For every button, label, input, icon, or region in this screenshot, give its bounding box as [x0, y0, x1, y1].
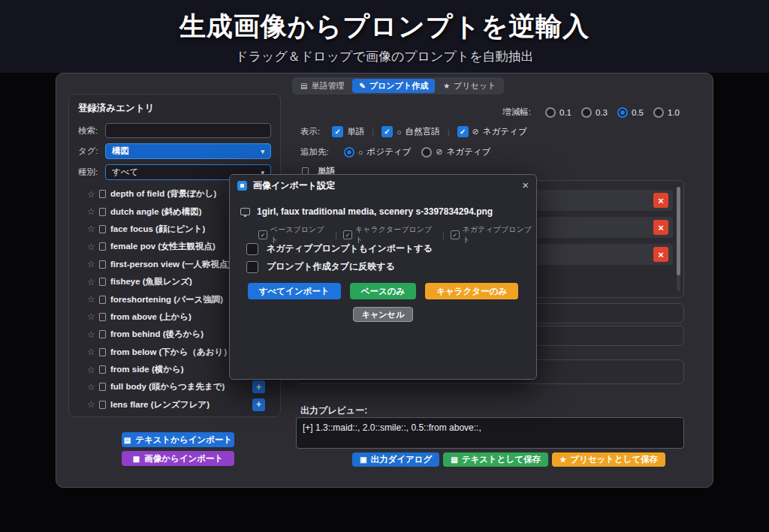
separator: |	[335, 230, 337, 239]
no-entry-icon: ⊘	[436, 147, 442, 157]
checkbox-unchecked-icon[interactable]	[246, 243, 258, 255]
file-name: 1girl, faux traditional media, scenery s…	[257, 206, 493, 217]
star-icon[interactable]: ☆	[87, 329, 99, 340]
tab-word-manage[interactable]: ▤ 単語管理	[294, 79, 351, 93]
step-option-0-1[interactable]: 0.1	[545, 107, 571, 118]
entry-label: full body (頭からつま先まで)	[110, 381, 225, 392]
star-icon[interactable]: ☆	[87, 277, 99, 287]
doc-icon	[99, 260, 106, 269]
entry-label: from above (上から)	[110, 311, 191, 323]
tab-preset[interactable]: ★ プリセット	[436, 79, 502, 93]
panel-title: 登録済みエントリ	[78, 102, 271, 115]
entry-label: foreshortening (パース強調)	[110, 294, 223, 305]
star-icon: ★	[559, 455, 566, 464]
star-icon[interactable]: ☆	[87, 206, 99, 217]
image-import-dialog: 画像インポート設定 × 1girl, faux traditional medi…	[229, 174, 537, 380]
list-item[interactable]: ☆ full body (頭からつま先まで) +	[78, 378, 271, 395]
star-icon[interactable]: ☆	[87, 242, 99, 252]
display-negative-checkbox[interactable]: ✓ ⊘ ネガティブ	[457, 126, 527, 137]
remove-word-button[interactable]: ×	[653, 220, 668, 235]
separator: |	[442, 230, 445, 239]
negative-prompt-checkbox[interactable]: ✓ ネガティブプロンプト	[451, 224, 536, 245]
output-dialog-button[interactable]: ▣ 出力ダイアログ	[352, 452, 439, 467]
reflect-tab-option[interactable]: プロンプト作成タブに反映する	[246, 260, 395, 273]
remove-word-button[interactable]: ×	[653, 247, 668, 262]
search-label: 検索:	[78, 125, 105, 137]
doc-icon	[99, 278, 106, 286]
no-entry-icon: ⊘	[472, 127, 479, 137]
banner-title: 生成画像からプロンプトを逆輸入	[0, 0, 769, 44]
radio-selected-icon	[617, 107, 628, 118]
save-as-preset-button[interactable]: ★ プリセットとして保存	[552, 452, 665, 467]
doc-icon	[99, 208, 106, 216]
output-dialog-label: 出力ダイアログ	[370, 454, 432, 465]
radio-icon	[421, 147, 432, 158]
list-item[interactable]: ☆ lens flare (レンズフレア) +	[78, 396, 271, 413]
star-icon[interactable]: ☆	[87, 189, 99, 200]
star-icon[interactable]: ☆	[87, 224, 99, 234]
import-all-button[interactable]: すべてインポート	[248, 283, 341, 299]
add-entry-button[interactable]: +	[252, 380, 265, 393]
preset-star-icon: ★	[443, 82, 450, 90]
tag-row: タグ: 構図 ▾	[78, 143, 271, 159]
scrollbar-thumb[interactable]	[677, 187, 680, 275]
tab-prompt-create[interactable]: ✎ プロンプト作成	[352, 79, 435, 93]
target-positive-radio[interactable]: ○ ポジティブ	[344, 146, 412, 158]
star-icon[interactable]: ☆	[87, 365, 99, 375]
display-label: 表示:	[300, 126, 320, 137]
type-label: 種別:	[78, 167, 105, 178]
entry-label: dutch angle (斜め構図)	[110, 206, 202, 218]
separator: |	[372, 128, 374, 137]
display-word-checkbox[interactable]: ✓ 単語	[332, 126, 364, 137]
base-only-button[interactable]: ベースのみ	[350, 283, 417, 299]
step-option-label: 0.1	[559, 108, 571, 117]
checkbox-checked-icon: ✓	[451, 230, 460, 239]
star-icon[interactable]: ☆	[87, 399, 99, 410]
import-from-text-button[interactable]: ▤ テキストからインポート	[122, 432, 234, 447]
dialog-title: 画像インポート設定	[253, 179, 335, 192]
step-option-label: 1.0	[668, 108, 680, 117]
add-target-label: 追加先:	[300, 146, 329, 158]
search-input[interactable]	[105, 123, 271, 138]
doc-icon	[99, 401, 106, 409]
target-negative-radio[interactable]: ⊘ ネガティブ	[421, 146, 490, 158]
banner-subtitle: ドラッグ＆ドロップで画像のプロンプトを自動抽出	[0, 48, 769, 65]
doc-icon	[99, 313, 106, 321]
checkbox-checked-icon: ✓	[343, 230, 352, 239]
import-actions: すべてインポート ベースのみ キャラクターのみ	[230, 283, 536, 299]
import-negative-option[interactable]: ネガティブプロンプトもインポートする	[246, 242, 433, 255]
character-only-button[interactable]: キャラクターのみ	[425, 283, 518, 299]
import-from-image-label: 画像からインポート	[144, 453, 223, 464]
remove-word-button[interactable]: ×	[653, 193, 668, 208]
output-actions: ▣ 出力ダイアログ ▤ テキストとして保存 ★ プリセットとして保存	[352, 452, 665, 467]
display-natural-checkbox[interactable]: ✓ ○ 自然言語	[381, 126, 440, 137]
star-icon[interactable]: ☆	[87, 382, 99, 392]
entry-label: from behind (後ろから)	[110, 329, 204, 340]
radio-selected-icon	[344, 147, 354, 158]
import-from-image-button[interactable]: ▦ 画像からインポート	[122, 451, 234, 466]
star-icon[interactable]: ☆	[87, 259, 99, 269]
star-icon[interactable]: ☆	[87, 294, 99, 305]
display-natural-label: 自然言語	[406, 126, 440, 137]
save-as-text-button[interactable]: ▤ テキストとして保存	[443, 452, 548, 467]
entry-label: female pov (女性主観視点)	[110, 241, 216, 252]
step-width-label: 増減幅:	[502, 107, 531, 118]
checkbox-checked-icon: ✓	[457, 126, 469, 137]
tag-select[interactable]: 構図 ▾	[105, 143, 271, 159]
negative-prompt-label: ネガティブプロンプト	[463, 224, 536, 245]
checkbox-unchecked-icon[interactable]	[246, 261, 258, 273]
star-icon[interactable]: ☆	[87, 347, 99, 357]
close-icon[interactable]: ×	[522, 179, 529, 191]
doc-icon: ▤	[451, 455, 457, 464]
step-option-1-0[interactable]: 1.0	[653, 107, 680, 118]
add-entry-button[interactable]: +	[252, 398, 265, 411]
step-option-0-3[interactable]: 0.3	[581, 107, 608, 118]
display-filter-group: 表示: ✓ 単語 | ✓ ○ 自然言語 | ✓ ⊘ ネガティブ	[300, 126, 527, 137]
output-preview-label: 出力プレビュー:	[300, 404, 367, 417]
scrollbar[interactable]	[677, 187, 680, 291]
cancel-button[interactable]: キャンセル	[353, 307, 413, 322]
star-icon[interactable]: ☆	[87, 311, 99, 322]
circle-icon: ○	[358, 148, 363, 157]
step-option-0-5[interactable]: 0.5	[617, 107, 644, 118]
page: 生成画像からプロンプトを逆輸入 ドラッグ＆ドロップで画像のプロンプトを自動抽出 …	[0, 0, 769, 532]
